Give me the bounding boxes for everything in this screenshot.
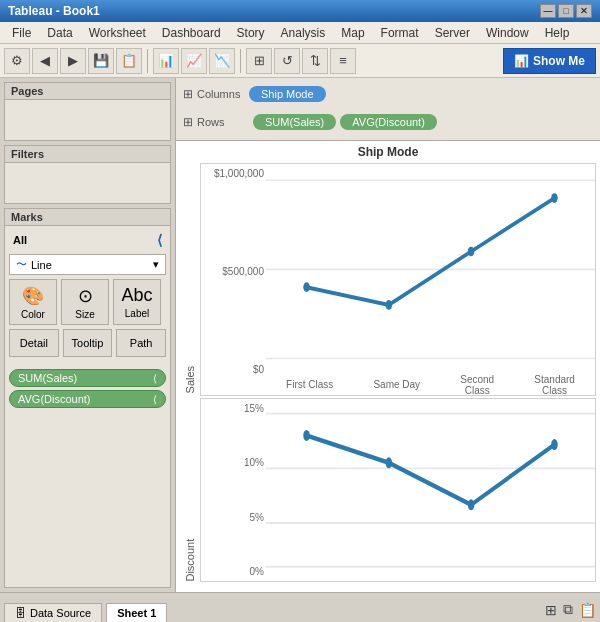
sales-point-std — [551, 193, 558, 203]
menu-window[interactable]: Window — [478, 24, 537, 42]
marks-bottom-buttons: Detail Tooltip Path — [9, 329, 166, 357]
window-controls: — □ ✕ — [540, 4, 592, 18]
discount-y-15: 15% — [201, 403, 264, 414]
label-icon: Abc — [121, 285, 152, 306]
shelf-area: ⊞ Columns Ship Mode ⊞ Rows SUM(Sales) AV… — [176, 78, 600, 141]
marks-tooltip-label: Tooltip — [72, 337, 104, 349]
sales-point-fc — [303, 282, 310, 292]
marks-all-label: All — [13, 234, 27, 246]
restore-button[interactable]: □ — [558, 4, 574, 18]
marks-label-btn[interactable]: Abc Label — [113, 279, 161, 325]
toolbar-forward[interactable]: ▶ — [60, 48, 86, 74]
rows-shelf-row: ⊞ Rows SUM(Sales) AVG(Discount) — [179, 109, 597, 135]
sales-line — [307, 198, 555, 305]
rows-label-text: Rows — [197, 116, 225, 128]
menu-file[interactable]: File — [4, 24, 39, 42]
avg-discount-pill[interactable]: AVG(Discount) ⟨ — [9, 390, 166, 408]
discount-svg — [266, 399, 595, 581]
tab-bar-icons: ⊞ ⧉ 📋 — [545, 601, 596, 622]
size-icon: ⊙ — [78, 285, 93, 307]
marks-all-arrow: ⟨ — [157, 232, 162, 248]
toolbar-chart1[interactable]: 📊 — [153, 48, 179, 74]
menu-analysis[interactable]: Analysis — [273, 24, 334, 42]
toolbar-new[interactable]: ⚙ — [4, 48, 30, 74]
marks-label-label: Label — [125, 308, 149, 319]
new-sheet-icon[interactable]: ⊞ — [545, 602, 557, 618]
add-dashboard-icon[interactable]: 📋 — [579, 602, 596, 618]
marks-buttons: 🎨 Color ⊙ Size Abc Label — [9, 279, 166, 325]
marks-line-label: Line — [31, 259, 52, 271]
sales-svg — [266, 164, 595, 375]
ship-mode-pill[interactable]: Ship Mode — [249, 86, 326, 102]
marks-section: Marks All ⟨ 〜 Line ▾ 🎨 Color — [4, 208, 171, 588]
toolbar-save[interactable]: 💾 — [88, 48, 114, 74]
close-button[interactable]: ✕ — [576, 4, 592, 18]
menu-map[interactable]: Map — [333, 24, 372, 42]
columns-grid-icon: ⊞ — [183, 87, 193, 101]
toolbar-sort2[interactable]: ≡ — [330, 48, 356, 74]
marks-color-btn[interactable]: 🎨 Color — [9, 279, 57, 325]
avg-discount-shelf-pill[interactable]: AVG(Discount) — [340, 114, 437, 130]
menu-data[interactable]: Data — [39, 24, 80, 42]
data-source-tab[interactable]: 🗄 Data Source — [4, 603, 102, 622]
marks-all-row: All ⟨ — [9, 230, 166, 250]
toolbar-copy[interactable]: 📋 — [116, 48, 142, 74]
sum-sales-arrow: ⟨ — [153, 373, 157, 384]
toolbar-chart2[interactable]: 📈 — [181, 48, 207, 74]
show-me-button[interactable]: 📊 Show Me — [503, 48, 596, 74]
menu-dashboard[interactable]: Dashboard — [154, 24, 229, 42]
marks-size-btn[interactable]: ⊙ Size — [61, 279, 109, 325]
sales-point-sd — [386, 300, 393, 310]
marks-tooltip-btn[interactable]: Tooltip — [63, 329, 113, 357]
marks-title: Marks — [5, 209, 170, 226]
menu-help[interactable]: Help — [537, 24, 578, 42]
x-label-std: StandardClass — [534, 374, 575, 396]
discount-y-10: 10% — [201, 457, 264, 468]
sales-y-top: $1,000,000 — [201, 168, 264, 179]
menu-worksheet[interactable]: Worksheet — [81, 24, 154, 42]
discount-line — [307, 435, 555, 504]
sales-y-bot: $0 — [201, 364, 264, 375]
y-label-sales: Sales — [180, 163, 200, 393]
marks-detail-btn[interactable]: Detail — [9, 329, 59, 357]
menu-story[interactable]: Story — [229, 24, 273, 42]
sum-sales-pill[interactable]: SUM(Sales) ⟨ — [9, 369, 166, 387]
columns-shelf-row: ⊞ Columns Ship Mode — [179, 81, 597, 107]
marks-color-label: Color — [21, 309, 45, 320]
rows-grid-icon: ⊞ — [183, 115, 193, 129]
chevron-down-icon: ▾ — [153, 258, 159, 271]
charts-area: $1,000,000 $500,000 $0 — [200, 163, 596, 582]
sales-x-axis: First Class Same Day SecondClass Standar… — [266, 375, 595, 395]
toolbar-filter[interactable]: ⊞ — [246, 48, 272, 74]
filters-body — [5, 163, 170, 203]
pages-body — [5, 100, 170, 140]
app-title: Tableau - Book1 — [8, 4, 100, 18]
discount-pane: 15% 10% 5% 0% — [200, 398, 596, 582]
color-icon: 🎨 — [22, 285, 44, 307]
x-label-sd: Same Day — [373, 379, 420, 390]
sum-sales-shelf-pill[interactable]: SUM(Sales) — [253, 114, 336, 130]
menu-bar: File Data Worksheet Dashboard Story Anal… — [0, 22, 600, 44]
marks-line-select[interactable]: 〜 Line ▾ — [9, 254, 166, 275]
toolbar-sep1 — [147, 49, 148, 73]
columns-shelf-label: ⊞ Columns — [179, 87, 249, 101]
toolbar-refresh[interactable]: ↺ — [274, 48, 300, 74]
measure-pills: SUM(Sales) ⟨ AVG(Discount) ⟨ — [5, 365, 170, 412]
data-source-label: Data Source — [30, 607, 91, 619]
marks-path-btn[interactable]: Path — [116, 329, 166, 357]
columns-label-text: Columns — [197, 88, 240, 100]
tab-bar: 🗄 Data Source Sheet 1 ⊞ ⧉ 📋 — [0, 592, 600, 622]
discount-point-fc — [303, 430, 310, 441]
menu-format[interactable]: Format — [373, 24, 427, 42]
duplicate-sheet-icon[interactable]: ⧉ — [563, 601, 573, 618]
chart-title: Ship Mode — [180, 145, 596, 159]
sheet1-tab[interactable]: Sheet 1 — [106, 603, 167, 622]
x-label-fc: First Class — [286, 379, 333, 390]
line-icon: 〜 — [16, 257, 27, 272]
avg-discount-arrow: ⟨ — [153, 394, 157, 405]
menu-server[interactable]: Server — [427, 24, 478, 42]
minimize-button[interactable]: — — [540, 4, 556, 18]
toolbar-back[interactable]: ◀ — [32, 48, 58, 74]
toolbar-sort1[interactable]: ⇅ — [302, 48, 328, 74]
toolbar-chart3[interactable]: 📉 — [209, 48, 235, 74]
